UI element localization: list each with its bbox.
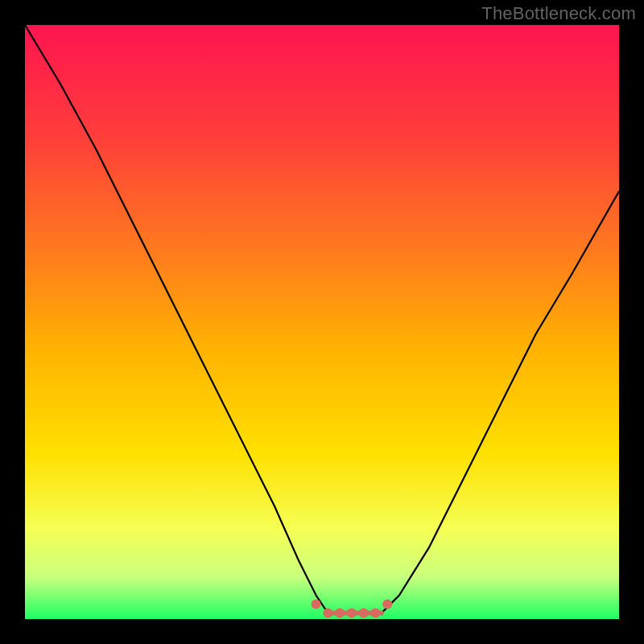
marker-dot: [370, 609, 380, 618]
marker-dot: [359, 609, 369, 618]
marker-dot: [382, 600, 392, 609]
marker-dot: [312, 600, 321, 609]
marker-dot: [347, 609, 357, 618]
chart-stage: TheBottleneck.com: [0, 0, 644, 644]
watermark-text: TheBottleneck.com: [481, 3, 636, 24]
marker-dot: [323, 609, 332, 618]
bottleneck-chart: [0, 0, 644, 644]
marker-dot: [335, 609, 345, 618]
gradient-panel: [25, 25, 619, 619]
